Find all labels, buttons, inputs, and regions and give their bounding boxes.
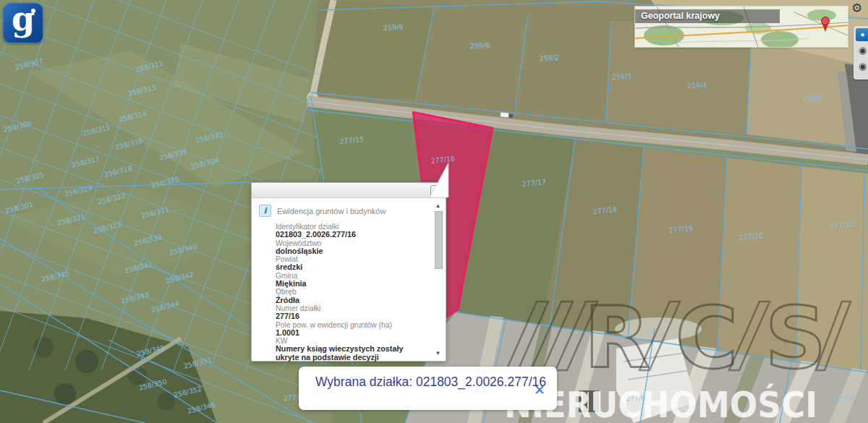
scroll-down-icon[interactable]: ▼ [434,350,442,356]
geoportal-app: 258/307258/311258/313258/314258/315258/3… [0,0,868,423]
field-value: Źródła [276,296,427,304]
parcel-label: 259/6 [470,41,490,50]
logo-letter: g [4,0,43,38]
scroll-up-icon[interactable]: ▲ [434,202,442,209]
overview-minimap[interactable]: Geoportal krajowy [635,7,848,47]
logo-dot-icon [31,9,35,13]
parcel-info-popup: × i Ewidencja gruntów i budynków Identyf… [251,182,446,362]
minimap-title: Geoportal krajowy [635,9,780,21]
field-value: średzki [276,263,427,271]
round-tool-button-2[interactable]: ◉ [856,60,868,73]
selection-close-icon[interactable]: ✕ [534,382,545,398]
popup-title-bar[interactable] [252,183,446,198]
parcel-label: 259/9 [383,23,404,32]
parcel-label: 259/5 [803,94,823,103]
info-icon: i [259,205,271,217]
popup-pointer [426,161,451,199]
parcel-label: 277/2 [833,394,854,403]
minimap-title-bar: Geoportal krajowy [635,9,780,23]
popup-scrollbar[interactable]: ▲ ▼ [434,202,442,356]
parcel-label: 259/2 [540,54,560,62]
field-value: dolnośląskie [276,247,427,255]
parcel-label: 259/3 [612,72,632,81]
watermark-letter: R [584,288,650,388]
scrollbar-thumb[interactable] [435,211,443,269]
parcel-label: 259/4 [687,81,707,90]
field-value: Numery ksiąg wieczystych zostały ukryte … [276,345,427,362]
field-value: 1.0001 [276,329,427,337]
field-label: Obręb [276,288,427,296]
popup-title: Ewidencja gruntów i budynków [277,207,386,215]
map-tool-panel: ● ◉ ◉ [854,26,868,80]
round-tool-button-1[interactable]: ◉ [856,44,868,57]
selected-parcel-label: Wybrana działka: 021803_2.0026.277/16 [315,375,546,390]
popup-fields: Identyfikator działki021803_2.0026.277/1… [276,223,427,362]
watermark-letter: S [765,288,827,388]
field-value: 277/16 [276,312,427,320]
gear-icon[interactable]: ⚙ [851,1,862,16]
selected-parcel-bar: Wybrana działka: 021803_2.0026.277/16 ✕ [299,367,557,410]
field-value: 021803_2.0026.277/16 [276,231,427,239]
layers-active-button[interactable]: ● [856,28,868,41]
geoportal-logo[interactable]: g [3,3,43,43]
watermark-letter: C [676,288,739,388]
field-value: Miękinia [276,280,427,288]
